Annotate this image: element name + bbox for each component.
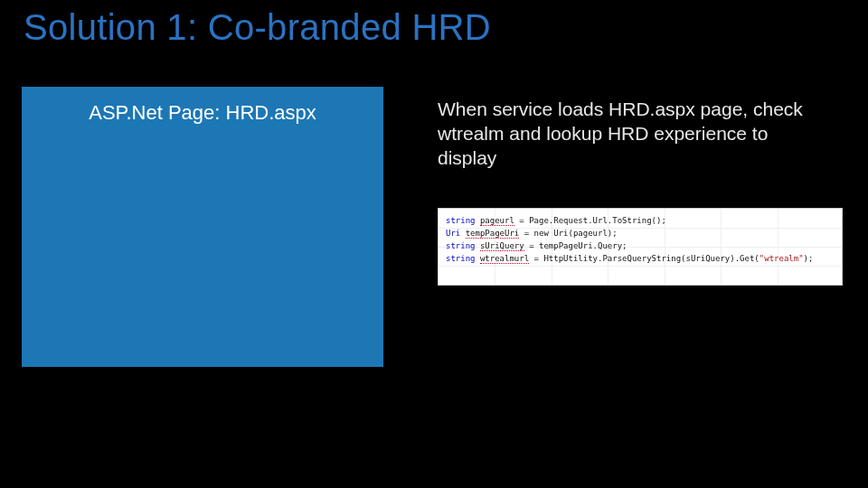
page-preview-box: ASP.Net Page: HRD.aspx <box>22 87 383 367</box>
code-line: Uri tempPageUri = new Uri(pageurl); <box>446 227 835 239</box>
code-line: string sUriQuery = tempPageUri.Query; <box>446 239 835 252</box>
description-text: When service loads HRD.aspx page, check … <box>438 98 817 171</box>
code-line: string pageurl = Page.Request.Url.ToStri… <box>446 214 835 227</box>
code-snippet: string pageurl = Page.Request.Url.ToStri… <box>439 209 842 270</box>
code-snippet-box: string pageurl = Page.Request.Url.ToStri… <box>438 208 843 286</box>
slide-title: Solution 1: Co-branded HRD <box>24 7 491 48</box>
page-preview-label: ASP.Net Page: HRD.aspx <box>22 87 383 125</box>
code-line: string wtrealmurl = HttpUtility.ParseQue… <box>446 252 835 265</box>
